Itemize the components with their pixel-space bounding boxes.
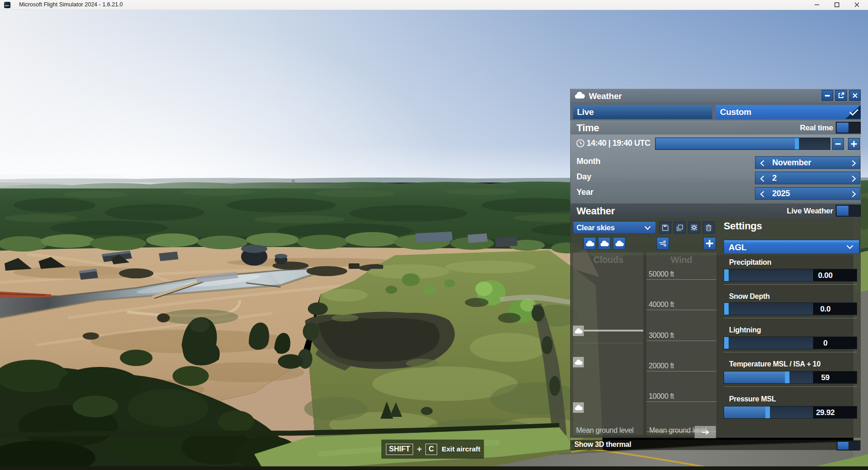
trash-icon xyxy=(705,224,712,231)
wind-layer-button[interactable] xyxy=(656,237,669,250)
day-value: 2 xyxy=(772,173,777,183)
app-icon xyxy=(4,2,10,8)
time-slider-thumb[interactable] xyxy=(795,138,799,149)
weather-panel: Weather Live Custom Time Real time 14:40… xyxy=(570,89,861,450)
panel-title: Weather xyxy=(589,91,622,101)
altitude-label: 20000 ft xyxy=(649,362,674,370)
slider-thumb[interactable] xyxy=(724,337,729,349)
cloud-icon xyxy=(586,241,594,247)
window-minimize-button[interactable] xyxy=(810,0,824,10)
minus-icon xyxy=(835,141,841,147)
minimize-icon xyxy=(824,93,830,99)
tab-selected-marker xyxy=(845,105,861,119)
reference-dropdown[interactable]: AGL xyxy=(724,240,859,254)
year-stepper[interactable]: 2025 xyxy=(755,187,860,200)
chevron-left-icon xyxy=(760,175,764,182)
live-weather-toggle[interactable] xyxy=(836,205,861,217)
tab-live[interactable]: Live xyxy=(573,105,712,119)
slider-thumb[interactable] xyxy=(724,303,729,315)
chevron-left-icon xyxy=(760,160,764,167)
day-stepper[interactable]: 2 xyxy=(755,172,860,184)
wind-icon xyxy=(659,240,667,247)
thermal-toggle[interactable] xyxy=(837,441,860,450)
preset-settings-button[interactable] xyxy=(688,222,700,233)
separator xyxy=(724,352,857,352)
window-close-button[interactable] xyxy=(850,0,863,10)
preset-save-button[interactable] xyxy=(659,222,671,233)
cloud-layer-button-1[interactable] xyxy=(583,237,596,250)
snow-depth-value: 0.0 xyxy=(813,303,857,315)
tab-custom-label: Custom xyxy=(720,107,751,117)
plus-icon xyxy=(850,140,858,148)
precipitation-label: Precipitation xyxy=(729,258,771,267)
year-label: Year xyxy=(577,188,593,197)
preset-copy-button[interactable] xyxy=(674,222,686,233)
check-icon xyxy=(849,109,859,116)
temperature-slider[interactable]: 59 xyxy=(724,371,857,384)
cloud-icon xyxy=(600,241,609,247)
real-time-toggle[interactable] xyxy=(836,122,861,134)
pressure-label: Pressure MSL xyxy=(729,395,776,403)
slider-thumb[interactable] xyxy=(765,406,770,418)
cloud-icon xyxy=(615,241,624,247)
time-value: 14:40 | 19:40 UTC xyxy=(587,139,651,148)
time-minus-button[interactable] xyxy=(832,138,844,150)
chevron-right-icon xyxy=(852,175,856,182)
os-titlebar: Microsoft Flight Simulator 2024 - 1.6.21… xyxy=(0,0,868,10)
weather-section-title: Weather xyxy=(577,205,615,217)
preset-delete-button[interactable] xyxy=(703,222,715,233)
altitude-label: 10000 ft xyxy=(649,392,674,401)
settings-title: Settings xyxy=(724,220,762,232)
month-label: Month xyxy=(577,157,600,166)
chevron-down-icon xyxy=(846,245,853,249)
month-stepper[interactable]: November xyxy=(755,156,860,169)
window-maximize-icon xyxy=(834,2,839,7)
cloud-layer-button-3[interactable] xyxy=(613,237,626,250)
cloud-layer-line xyxy=(573,343,643,343)
wind-ground-button[interactable] xyxy=(695,426,716,438)
save-icon xyxy=(662,224,669,231)
time-plus-button[interactable] xyxy=(848,138,860,150)
day-label: Day xyxy=(577,172,591,182)
altitude-line xyxy=(646,310,716,310)
panel-close-button[interactable] xyxy=(849,90,861,101)
precipitation-slider[interactable]: 0.00 xyxy=(724,269,857,282)
pressure-slider[interactable]: 29.92 xyxy=(724,406,857,419)
clock-icon xyxy=(576,139,585,148)
lightning-slider[interactable]: 0 xyxy=(724,336,857,349)
cloud-layer-handle-2[interactable] xyxy=(573,357,584,367)
tab-custom[interactable]: Custom xyxy=(716,105,861,119)
popout-icon xyxy=(838,92,844,99)
wind-column: Wind 50000 ft 40000 ft 30000 ft 20000 ft… xyxy=(646,252,716,435)
month-value: November xyxy=(772,158,811,168)
slider-thumb[interactable] xyxy=(785,371,789,383)
close-icon xyxy=(852,93,858,99)
copy-icon xyxy=(676,224,683,231)
cloud-layer-handle-3[interactable] xyxy=(573,402,584,413)
exit-aircraft-hint: SHIFT + C Exit aircraft xyxy=(381,440,484,459)
clouds-column-title: Clouds xyxy=(573,255,643,265)
window-title: Microsoft Flight Simulator 2024 - 1.6.21… xyxy=(19,1,123,8)
altitude-line xyxy=(646,279,716,280)
snow-depth-slider[interactable]: 0.0 xyxy=(724,302,857,315)
panel-popout-button[interactable] xyxy=(835,90,847,101)
preset-dropdown[interactable]: Clear skies xyxy=(573,221,656,234)
window-maximize-button[interactable] xyxy=(830,0,843,10)
temperature-label: Temperature MSL / ISA + 10 xyxy=(729,360,820,368)
window-close-icon xyxy=(854,2,859,7)
time-slider[interactable] xyxy=(655,138,830,150)
weather-section-header: Weather Live Weather xyxy=(570,203,861,218)
preset-value: Clear skies xyxy=(577,223,615,232)
cloud-layer-handle-1[interactable] xyxy=(573,326,584,336)
pressure-value: 29.92 xyxy=(813,406,857,418)
time-section-header: Time Real time xyxy=(570,120,861,134)
time-slider-fill xyxy=(656,138,795,149)
c-keycap: C xyxy=(425,444,437,455)
add-layer-button[interactable] xyxy=(703,237,716,250)
separator xyxy=(724,386,857,387)
tab-live-label: Live xyxy=(577,107,594,117)
slider-thumb[interactable] xyxy=(724,269,729,281)
cloud-layer-button-2[interactable] xyxy=(598,237,611,250)
hint-action-label: Exit aircraft xyxy=(442,445,480,453)
panel-minimize-button[interactable] xyxy=(822,90,833,101)
